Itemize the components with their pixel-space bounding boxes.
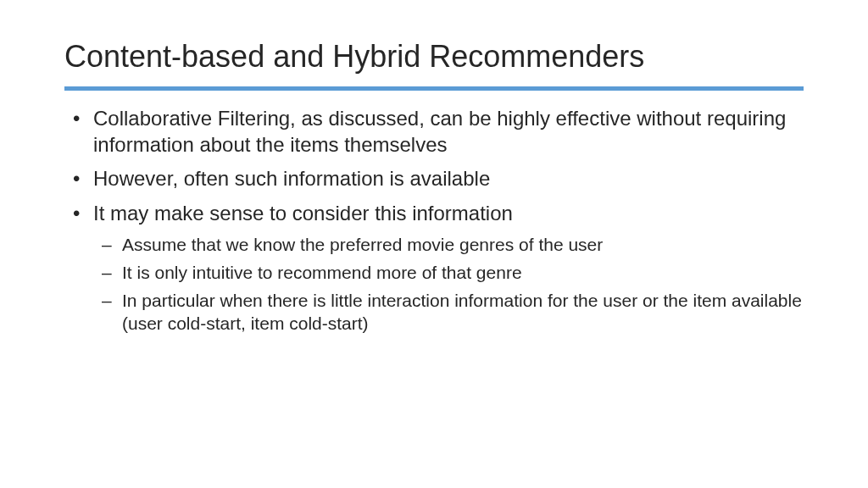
bullet-list: Collaborative Filtering, as discussed, c… (64, 106, 804, 335)
slide-title: Content-based and Hybrid Recommenders (64, 39, 804, 75)
list-item: Collaborative Filtering, as discussed, c… (64, 106, 804, 158)
list-item: It may make sense to consider this infor… (64, 201, 804, 335)
list-item: In particular when there is little inter… (93, 290, 804, 336)
bullet-text: However, often such information is avail… (93, 167, 490, 190)
bullet-text: Collaborative Filtering, as discussed, c… (93, 107, 786, 156)
sub-bullet-text: It is only intuitive to recommend more o… (122, 263, 522, 282)
list-item: It is only intuitive to recommend more o… (93, 262, 804, 285)
sub-bullet-text: Assume that we know the preferred movie … (122, 235, 603, 254)
title-divider (64, 86, 804, 91)
list-item: Assume that we know the preferred movie … (93, 234, 804, 257)
bullet-text: It may make sense to consider this infor… (93, 202, 513, 225)
list-item: However, often such information is avail… (64, 166, 804, 192)
sub-bullet-list: Assume that we know the preferred movie … (93, 234, 804, 336)
sub-bullet-text: In particular when there is little inter… (122, 291, 802, 333)
